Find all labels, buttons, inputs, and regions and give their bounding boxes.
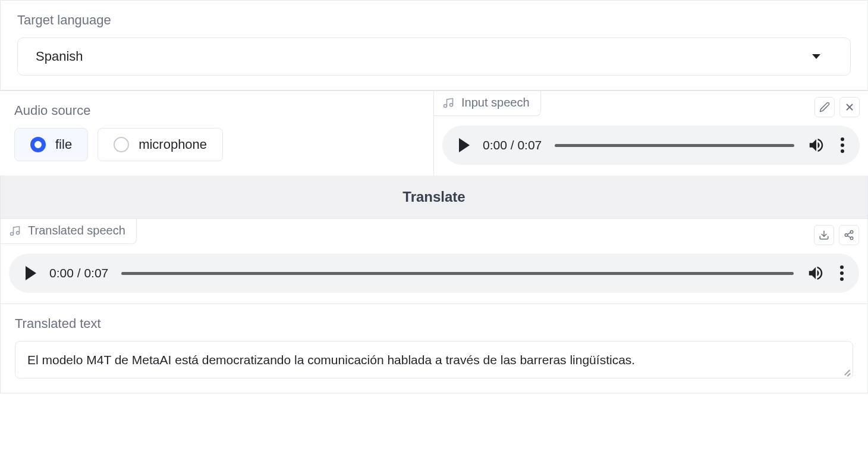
target-language-label: Target language (17, 12, 851, 28)
radio-unselected-icon (114, 137, 129, 152)
svg-point-5 (17, 231, 20, 234)
translated-speech-tag: Translated speech (1, 219, 137, 244)
audio-source-file-label: file (55, 137, 72, 152)
input-speech-label: Input speech (461, 96, 530, 110)
translate-button[interactable]: Translate (0, 176, 868, 219)
download-icon (819, 230, 829, 240)
audio-source-microphone-label: microphone (139, 137, 207, 152)
share-icon (844, 230, 854, 240)
input-speech-section: Input speech 0:00 / 0:07 (434, 91, 868, 176)
audio-more-button[interactable] (838, 263, 846, 283)
input-audio-progress[interactable] (555, 144, 794, 147)
svg-line-11 (847, 233, 850, 234)
audio-source-label: Audio source (14, 103, 419, 118)
svg-line-10 (847, 236, 850, 237)
translated-text-label: Translated text (15, 316, 853, 331)
output-audio-player: 0:00 / 0:07 (9, 254, 859, 293)
clear-button[interactable] (839, 97, 860, 117)
input-row: Audio source file microphone Input speec… (0, 90, 868, 176)
target-language-value: Spanish (36, 49, 83, 64)
play-button[interactable] (459, 138, 470, 152)
target-language-section: Target language Spanish (0, 0, 868, 90)
pencil-icon (819, 102, 830, 112)
music-note-icon (9, 225, 21, 237)
translated-speech-section: Translated speech 0:00 / 0:07 Translated… (0, 219, 868, 393)
output-audio-progress[interactable] (121, 272, 794, 275)
chevron-down-icon (812, 54, 820, 59)
output-audio-time: 0:00 / 0:07 (49, 266, 108, 280)
input-audio-player: 0:00 / 0:07 (442, 126, 860, 165)
radio-selected-icon (30, 137, 46, 152)
translated-speech-label: Translated speech (28, 224, 125, 237)
play-button[interactable] (26, 266, 36, 280)
close-icon (844, 102, 855, 112)
svg-point-4 (11, 232, 14, 235)
download-button[interactable] (814, 225, 834, 245)
volume-icon[interactable] (807, 136, 825, 154)
audio-source-microphone-option[interactable]: microphone (98, 128, 223, 161)
audio-more-button[interactable] (838, 135, 847, 155)
input-audio-time: 0:00 / 0:07 (483, 138, 542, 152)
svg-point-0 (444, 104, 447, 107)
music-note-icon (442, 97, 454, 109)
audio-source-file-option[interactable]: file (14, 128, 88, 161)
input-speech-tag: Input speech (434, 91, 541, 116)
svg-point-1 (450, 103, 453, 106)
translated-text-output[interactable]: El modelo M4T de MetaAI está democratiza… (15, 341, 853, 378)
audio-source-section: Audio source file microphone (0, 91, 434, 176)
volume-icon[interactable] (807, 264, 825, 282)
translated-text-section: Translated text El modelo M4T de MetaAI … (1, 304, 867, 393)
edit-button[interactable] (814, 97, 835, 117)
target-language-select[interactable]: Spanish (17, 37, 851, 76)
share-button[interactable] (839, 225, 859, 245)
